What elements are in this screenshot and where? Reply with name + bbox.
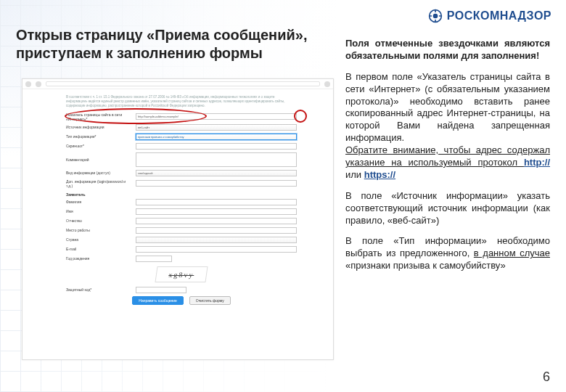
instruction-source: В поле «Источник информации» указать соо… (345, 190, 550, 227)
year-label: Год рождения (66, 256, 131, 261)
captcha-label: Защитный код* (66, 287, 131, 292)
row-source: Источник информации веб-сайт (66, 124, 297, 131)
browser-chrome (22, 79, 333, 89)
clear-button[interactable]: Очистить форму (189, 296, 231, 305)
middlename-input[interactable] (136, 218, 297, 224)
row-extra: Доп. информация (login/password и т.д.) (66, 179, 297, 188)
lastname-input[interactable] (136, 199, 297, 205)
row-access: Вид информации (доступ) свободный (66, 170, 297, 176)
row-url: Указатель страницы сайта в сети «Интерне… (66, 113, 297, 121)
middlename-label: Отчество (66, 219, 131, 223)
proto-https: https:// (364, 169, 395, 180)
slide: РОСКОМНАДЗОР Открыв страницу «Приема соо… (0, 0, 566, 392)
type-select[interactable]: признаки призыва к самоубийству (136, 134, 297, 140)
comment-input[interactable] (136, 152, 297, 167)
country-label: Страна (66, 237, 131, 242)
access-label: Вид информации (доступ) (66, 171, 131, 175)
brand-name: РОСКОМНАДЗОР (447, 9, 551, 23)
extra-input[interactable] (136, 180, 297, 187)
instructions-panel: Поля отмеченные звездочками являются обя… (345, 38, 550, 281)
url-input[interactable]: http://sample-address.example/ (136, 113, 297, 120)
captcha-image: xg8vy (155, 266, 208, 282)
screenshot-input[interactable] (136, 143, 297, 150)
page-number: 6 (543, 369, 550, 385)
workplace-input[interactable] (136, 227, 297, 234)
captcha-input[interactable] (136, 287, 186, 293)
form-buttons: Направить сообщение Очистить форму (66, 296, 297, 305)
email-label: E-mail (66, 247, 131, 251)
instruction-type: В поле «Тип информации» необходимо выбра… (345, 235, 550, 272)
svg-point-1 (432, 14, 438, 19)
extra-label: Доп. информация (login/password и т.д.) (66, 179, 131, 188)
screenshot-label: Скриншот* (66, 144, 131, 148)
year-input[interactable] (136, 256, 172, 262)
email-input[interactable] (136, 246, 297, 253)
url-label: Указатель страницы сайта в сети «Интерне… (66, 113, 131, 121)
submit-button[interactable]: Направить сообщение (132, 296, 184, 305)
access-select[interactable]: свободный (136, 170, 297, 176)
address-bar (46, 81, 320, 86)
form-screenshot: В соответствии с ч. 1 ст. 15.1 Федеральн… (22, 78, 334, 360)
row-type: Тип информации* признаки призыва к самоу… (66, 134, 297, 140)
firstname-label: Имя (66, 209, 131, 213)
back-icon (25, 81, 31, 87)
row-screenshot: Скриншот* (66, 143, 297, 150)
applicant-heading: Заявитель (66, 192, 297, 197)
required-note: Поля отмеченные звездочками являются обя… (345, 38, 550, 62)
proto-http: http:// (524, 157, 550, 168)
type-label: Тип информации* (66, 134, 131, 139)
country-select[interactable] (136, 237, 297, 243)
reload-icon (36, 81, 41, 87)
slide-title: Открыв страницу «Приема сообщений», прис… (16, 26, 328, 62)
captcha-block: xg8vy (66, 266, 297, 282)
workplace-label: Место работы (66, 228, 131, 232)
comment-label: Комментарий (66, 158, 131, 162)
brand-logo: РОСКОМНАДЗОР (428, 9, 551, 23)
row-comment: Комментарий (66, 152, 297, 167)
instruction-url: В первом поле «Указатель страницы сайта … (345, 71, 550, 181)
source-select[interactable]: веб-сайт (136, 124, 297, 131)
firstname-input[interactable] (136, 208, 297, 215)
menu-icon (324, 81, 330, 87)
source-label: Источник информации (66, 125, 131, 129)
lastname-label: Фамилия (66, 200, 131, 204)
intro-text: В соответствии с ч. 1 ст. 15.1 Федеральн… (66, 95, 297, 108)
brand-icon (428, 9, 443, 23)
